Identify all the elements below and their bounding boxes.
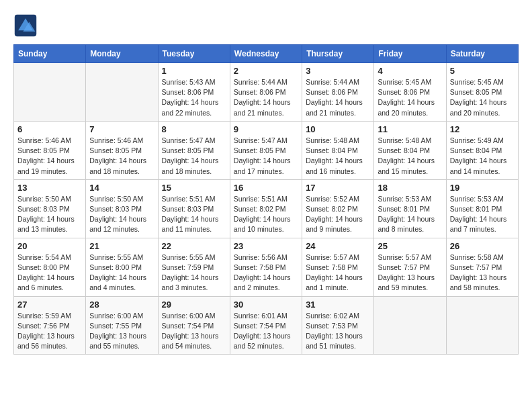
day-number: 27 — [17, 300, 82, 310]
calendar-cell: 6Sunrise: 5:46 AM Sunset: 8:05 PM Daylig… — [14, 121, 86, 179]
calendar-table: SundayMondayTuesdayWednesdayThursdayFrid… — [13, 44, 519, 355]
calendar-cell: 24Sunrise: 5:57 AM Sunset: 7:58 PM Dayli… — [302, 238, 374, 296]
day-number: 31 — [306, 300, 370, 310]
day-number: 22 — [162, 241, 226, 251]
day-info: Sunrise: 5:58 AM Sunset: 7:57 PM Dayligh… — [450, 253, 515, 293]
weekday-header-cell: Friday — [374, 45, 446, 63]
calendar-cell: 23Sunrise: 5:56 AM Sunset: 7:58 PM Dayli… — [230, 238, 302, 296]
day-info: Sunrise: 5:53 AM Sunset: 8:01 PM Dayligh… — [450, 194, 515, 235]
calendar-cell: 29Sunrise: 6:00 AM Sunset: 7:54 PM Dayli… — [158, 296, 230, 355]
logo-icon — [13, 13, 38, 38]
day-info: Sunrise: 5:46 AM Sunset: 8:05 PM Dayligh… — [89, 136, 154, 177]
day-number: 19 — [450, 183, 515, 193]
day-info: Sunrise: 5:49 AM Sunset: 8:04 PM Dayligh… — [450, 136, 515, 177]
calendar-cell: 17Sunrise: 5:52 AM Sunset: 8:02 PM Dayli… — [302, 179, 374, 238]
day-info: Sunrise: 5:44 AM Sunset: 8:06 PM Dayligh… — [234, 77, 298, 118]
day-info: Sunrise: 5:43 AM Sunset: 8:06 PM Dayligh… — [162, 77, 226, 118]
day-info: Sunrise: 5:57 AM Sunset: 7:58 PM Dayligh… — [306, 253, 370, 293]
day-info: Sunrise: 5:56 AM Sunset: 7:58 PM Dayligh… — [234, 253, 298, 293]
day-info: Sunrise: 6:00 AM Sunset: 7:55 PM Dayligh… — [89, 311, 154, 352]
day-info: Sunrise: 5:51 AM Sunset: 8:03 PM Dayligh… — [162, 194, 226, 235]
page-header — [13, 13, 519, 38]
weekday-header-row: SundayMondayTuesdayWednesdayThursdayFrid… — [14, 45, 519, 63]
day-info: Sunrise: 5:50 AM Sunset: 8:03 PM Dayligh… — [17, 194, 82, 235]
day-number: 30 — [234, 300, 298, 310]
calendar-week-row: 1Sunrise: 5:43 AM Sunset: 8:06 PM Daylig… — [14, 63, 519, 122]
calendar-cell: 31Sunrise: 6:02 AM Sunset: 7:53 PM Dayli… — [302, 296, 374, 355]
day-number: 4 — [378, 66, 442, 76]
day-number: 23 — [234, 241, 298, 251]
day-number: 20 — [17, 241, 82, 251]
day-info: Sunrise: 5:53 AM Sunset: 8:01 PM Dayligh… — [378, 194, 442, 235]
calendar-cell — [446, 296, 518, 355]
calendar-cell: 2Sunrise: 5:44 AM Sunset: 8:06 PM Daylig… — [230, 63, 302, 122]
calendar-cell: 9Sunrise: 5:47 AM Sunset: 8:05 PM Daylig… — [230, 121, 302, 179]
weekday-header-cell: Sunday — [14, 45, 86, 63]
calendar-cell: 8Sunrise: 5:47 AM Sunset: 8:05 PM Daylig… — [158, 121, 230, 179]
day-info: Sunrise: 5:50 AM Sunset: 8:03 PM Dayligh… — [89, 194, 154, 235]
calendar-cell: 19Sunrise: 5:53 AM Sunset: 8:01 PM Dayli… — [446, 179, 518, 238]
day-number: 24 — [306, 241, 370, 251]
calendar-cell — [374, 296, 446, 355]
day-info: Sunrise: 5:59 AM Sunset: 7:56 PM Dayligh… — [17, 311, 82, 352]
calendar-cell: 13Sunrise: 5:50 AM Sunset: 8:03 PM Dayli… — [14, 179, 86, 238]
calendar-body: 1Sunrise: 5:43 AM Sunset: 8:06 PM Daylig… — [14, 63, 519, 355]
calendar-cell: 12Sunrise: 5:49 AM Sunset: 8:04 PM Dayli… — [446, 121, 518, 179]
day-info: Sunrise: 6:01 AM Sunset: 7:54 PM Dayligh… — [234, 311, 298, 352]
day-info: Sunrise: 5:48 AM Sunset: 8:04 PM Dayligh… — [306, 136, 370, 177]
calendar-cell: 3Sunrise: 5:44 AM Sunset: 8:06 PM Daylig… — [302, 63, 374, 122]
day-number: 8 — [162, 124, 226, 134]
calendar-cell: 1Sunrise: 5:43 AM Sunset: 8:06 PM Daylig… — [158, 63, 230, 122]
calendar-cell: 21Sunrise: 5:55 AM Sunset: 8:00 PM Dayli… — [86, 238, 158, 296]
day-number: 29 — [162, 300, 226, 310]
calendar-cell — [86, 63, 158, 122]
day-number: 6 — [17, 124, 82, 134]
day-number: 3 — [306, 66, 370, 76]
calendar-week-row: 20Sunrise: 5:54 AM Sunset: 8:00 PM Dayli… — [14, 238, 519, 296]
weekday-header-cell: Monday — [86, 45, 158, 63]
day-info: Sunrise: 6:02 AM Sunset: 7:53 PM Dayligh… — [306, 311, 370, 352]
calendar-cell: 14Sunrise: 5:50 AM Sunset: 8:03 PM Dayli… — [86, 179, 158, 238]
calendar-cell: 5Sunrise: 5:45 AM Sunset: 8:05 PM Daylig… — [446, 63, 518, 122]
day-number: 21 — [89, 241, 154, 251]
day-number: 14 — [89, 183, 154, 193]
day-number: 7 — [89, 124, 154, 134]
calendar-week-row: 27Sunrise: 5:59 AM Sunset: 7:56 PM Dayli… — [14, 296, 519, 355]
day-number: 17 — [306, 183, 370, 193]
day-number: 26 — [450, 241, 515, 251]
day-number: 12 — [450, 124, 515, 134]
calendar-cell: 20Sunrise: 5:54 AM Sunset: 8:00 PM Dayli… — [14, 238, 86, 296]
logo — [13, 13, 40, 38]
day-number: 11 — [378, 124, 442, 134]
day-number: 15 — [162, 183, 226, 193]
day-number: 10 — [306, 124, 370, 134]
calendar-cell: 18Sunrise: 5:53 AM Sunset: 8:01 PM Dayli… — [374, 179, 446, 238]
calendar-cell: 22Sunrise: 5:55 AM Sunset: 7:59 PM Dayli… — [158, 238, 230, 296]
day-info: Sunrise: 5:44 AM Sunset: 8:06 PM Dayligh… — [306, 77, 370, 118]
day-info: Sunrise: 5:45 AM Sunset: 8:05 PM Dayligh… — [450, 77, 515, 118]
calendar-cell: 30Sunrise: 6:01 AM Sunset: 7:54 PM Dayli… — [230, 296, 302, 355]
weekday-header-cell: Thursday — [302, 45, 374, 63]
day-info: Sunrise: 5:57 AM Sunset: 7:57 PM Dayligh… — [378, 253, 442, 293]
day-number: 13 — [17, 183, 82, 193]
day-info: Sunrise: 5:52 AM Sunset: 8:02 PM Dayligh… — [306, 194, 370, 235]
day-number: 2 — [234, 66, 298, 76]
day-info: Sunrise: 5:55 AM Sunset: 8:00 PM Dayligh… — [89, 253, 154, 293]
day-info: Sunrise: 5:54 AM Sunset: 8:00 PM Dayligh… — [17, 253, 82, 293]
day-number: 16 — [234, 183, 298, 193]
calendar-cell: 27Sunrise: 5:59 AM Sunset: 7:56 PM Dayli… — [14, 296, 86, 355]
calendar-cell: 26Sunrise: 5:58 AM Sunset: 7:57 PM Dayli… — [446, 238, 518, 296]
calendar-cell: 4Sunrise: 5:45 AM Sunset: 8:06 PM Daylig… — [374, 63, 446, 122]
day-info: Sunrise: 5:55 AM Sunset: 7:59 PM Dayligh… — [162, 253, 226, 293]
day-info: Sunrise: 5:48 AM Sunset: 8:04 PM Dayligh… — [378, 136, 442, 177]
day-number: 9 — [234, 124, 298, 134]
weekday-header-cell: Wednesday — [230, 45, 302, 63]
calendar-week-row: 13Sunrise: 5:50 AM Sunset: 8:03 PM Dayli… — [14, 179, 519, 238]
calendar-cell: 25Sunrise: 5:57 AM Sunset: 7:57 PM Dayli… — [374, 238, 446, 296]
calendar-cell: 11Sunrise: 5:48 AM Sunset: 8:04 PM Dayli… — [374, 121, 446, 179]
day-number: 18 — [378, 183, 442, 193]
calendar-cell — [14, 63, 86, 122]
weekday-header-cell: Tuesday — [158, 45, 230, 63]
weekday-header-cell: Saturday — [446, 45, 518, 63]
day-number: 1 — [162, 66, 226, 76]
